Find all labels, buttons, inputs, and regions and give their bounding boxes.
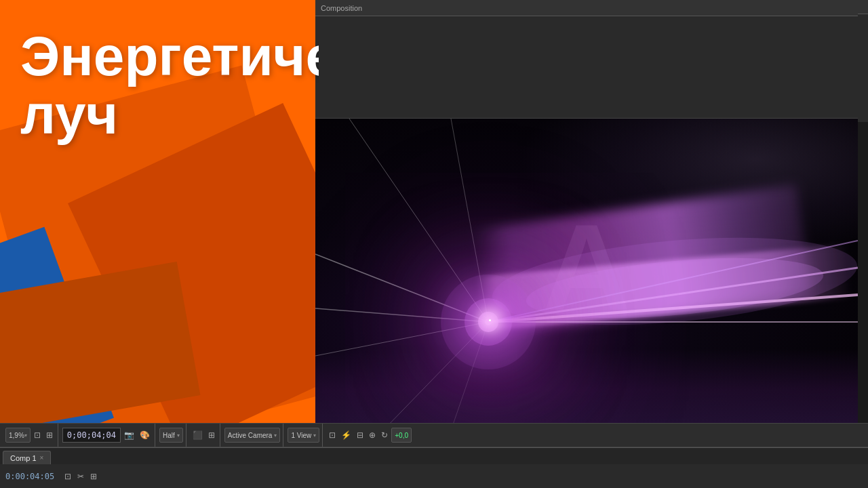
toolbar: 1,9% ▾ ⊡ ⊞ 0;00;04;04 📷 🎨 Half ▾ ⬛ ⊞ Act… (0, 423, 868, 447)
snapshot-button[interactable]: 📷 (122, 429, 136, 441)
title-text: Энергетический луч (20, 27, 319, 144)
tool-1-button[interactable]: ⊡ (327, 429, 338, 441)
color-button[interactable]: 🎨 (138, 429, 152, 441)
timeline-btn-1[interactable]: ⊡ (62, 470, 73, 483)
view-count-arrow: ▾ (313, 432, 316, 439)
quality-label: Half (163, 432, 175, 439)
zoom-display[interactable]: 1,9% ▾ (5, 428, 31, 443)
title-line2: луч (20, 85, 319, 144)
beam-canvas: A (315, 119, 858, 430)
beam-rays-svg (315, 119, 858, 430)
grid-button[interactable]: ⊞ (44, 429, 55, 441)
comp-panel-header: Composition (315, 0, 858, 16)
plus-value-display: +0,0 (391, 428, 412, 443)
zoom-group: 1,9% ▾ ⊡ ⊞ (3, 424, 58, 447)
timeline-btn-2[interactable]: ✂ (75, 470, 86, 483)
camera-group: Active Camera ▾ (222, 424, 284, 447)
extra-tools-group: ⊡ ⚡ ⊟ ⊕ ↻ +0,0 (324, 424, 414, 447)
timeline-timecode: 0:00:04:05 (5, 472, 54, 481)
beam-core (489, 319, 491, 321)
view-count-dropdown[interactable]: 1 View ▾ (288, 428, 319, 443)
viewport: A (315, 119, 858, 430)
zoom-value: 1,9% (9, 432, 24, 439)
overlay-button[interactable]: ⊞ (206, 429, 217, 441)
ae-comp-panel: Composition (315, 0, 858, 119)
tool-4-button[interactable]: ⊕ (367, 429, 378, 441)
tool-3-button[interactable]: ⊟ (355, 429, 366, 441)
tool-2-button[interactable]: ⚡ (339, 429, 353, 441)
quality-group: Half ▾ (157, 424, 186, 447)
tabs-area: Comp 1 × 0:00:04:05 ⊡ ✂ ⊞ (0, 447, 868, 488)
timeline-bar: 0:00:04:05 ⊡ ✂ ⊞ (0, 464, 868, 488)
timeline-btn-3[interactable]: ⊞ (88, 470, 99, 483)
comp-panel-title: Composition (321, 4, 362, 12)
view-count-label: 1 View (291, 432, 311, 439)
timecode-value: 0;00;04;04 (67, 430, 116, 440)
tab-comp1-label: Comp 1 (10, 454, 37, 462)
view-count-group: 1 View ▾ (285, 424, 323, 447)
timeline-controls: ⊡ ✂ ⊞ (62, 470, 863, 483)
quality-arrow: ▾ (177, 432, 180, 439)
quality-dropdown[interactable]: Half ▾ (159, 428, 183, 443)
tab-bar: Comp 1 × (0, 448, 868, 464)
tab-close-icon[interactable]: × (40, 455, 44, 462)
tool-5-button[interactable]: ↻ (379, 429, 390, 441)
title-line1: Энергетический (20, 27, 319, 85)
transparency-button[interactable]: ⬛ (191, 429, 205, 441)
comp-panel-content (315, 16, 858, 24)
camera-dropdown[interactable]: Active Camera ▾ (224, 428, 281, 443)
timecode-group: 0;00;04;04 📷 🎨 (60, 424, 155, 447)
fit-button[interactable]: ⊡ (32, 429, 43, 441)
view-icons-group: ⬛ ⊞ (188, 424, 220, 447)
timecode-display[interactable]: 0;00;04;04 (62, 428, 121, 443)
camera-arrow: ▾ (274, 432, 277, 439)
thumbnail-area: Энергетический луч (0, 0, 319, 430)
camera-label: Active Camera (228, 432, 273, 439)
tab-comp1[interactable]: Comp 1 × (3, 451, 51, 464)
zoom-arrow: ▾ (24, 432, 27, 439)
plus-value: +0,0 (395, 432, 408, 439)
